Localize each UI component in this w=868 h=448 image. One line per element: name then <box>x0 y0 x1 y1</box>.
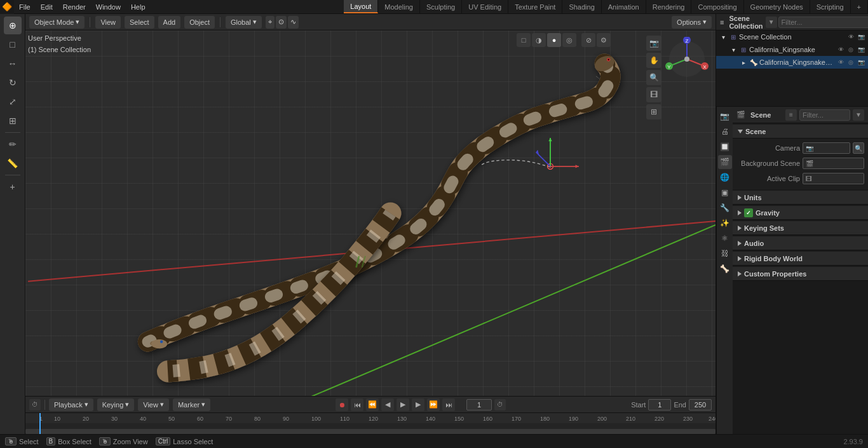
outliner-scene-collection[interactable]: ▾ ⊞ Scene Collection 👁 📷 <box>716 31 868 43</box>
viewport-toggle-btn[interactable]: ⊞ <box>646 104 661 119</box>
viewport-camera-btn[interactable]: 📷 <box>646 36 661 51</box>
visibility-icon[interactable]: 👁 <box>846 32 855 41</box>
menu-edit[interactable]: Edit <box>36 2 58 12</box>
menu-window[interactable]: Window <box>91 2 126 12</box>
snake-vis-icon[interactable]: 👁 <box>836 45 845 54</box>
record-btn[interactable]: ⏺ <box>336 398 348 411</box>
menu-file[interactable]: File <box>14 2 36 12</box>
timeline-view-btn[interactable]: View ▾ <box>138 398 169 411</box>
jump-start-btn[interactable]: ⏮ <box>351 398 363 411</box>
viewport-pan-btn[interactable]: ✋ <box>646 53 661 68</box>
viewport-zoom-in-btn[interactable]: 🔍 <box>646 70 661 85</box>
prop-constraints-icon[interactable]: ⛓ <box>718 247 732 261</box>
viewport-3d[interactable]: User Perspective (1) Scene Collection 📷 … <box>25 31 715 396</box>
next-frame-btn[interactable]: ▶ <box>412 398 424 411</box>
prop-output-icon[interactable]: 🖨 <box>718 125 732 139</box>
armature-vis-icon[interactable]: 👁 <box>836 58 845 67</box>
prop-object-icon[interactable]: ▣ <box>718 186 732 200</box>
global-btn[interactable]: Global ▾ <box>226 16 262 29</box>
tab-sculpting[interactable]: Sculpting <box>420 0 462 13</box>
armature-sel-icon[interactable]: ◎ <box>846 58 855 67</box>
props-search-input[interactable] <box>799 109 850 121</box>
measure-tool[interactable]: 📏 <box>4 154 22 172</box>
solid-mode-btn[interactable]: ◑ <box>532 33 546 47</box>
end-value[interactable]: 250 <box>689 399 712 411</box>
start-value[interactable]: 1 <box>648 399 671 411</box>
prop-render-icon[interactable]: 📷 <box>718 109 732 123</box>
material-mode-btn[interactable]: ● <box>547 33 561 47</box>
select-tool[interactable]: □ <box>4 36 22 53</box>
menu-help[interactable]: Help <box>126 2 151 12</box>
timeline-scrollbar-thumb[interactable] <box>25 429 715 434</box>
tab-geometry-nodes[interactable]: Geometry Nodes <box>744 0 810 13</box>
tab-add[interactable]: + <box>851 0 868 13</box>
snake-render-icon[interactable]: 📷 <box>857 45 865 54</box>
prev-key-btn[interactable]: ⏪ <box>366 398 379 411</box>
prop-data-icon[interactable]: 🦴 <box>718 262 732 276</box>
prop-physics-icon[interactable]: ⚛ <box>718 231 732 245</box>
scale-tool[interactable]: ⤢ <box>4 93 22 111</box>
gizmo-btn[interactable]: ⚙ <box>597 33 611 47</box>
bg-scene-value[interactable]: 🎬 <box>803 158 864 169</box>
timeline-body[interactable]: 1 10 20 30 40 50 60 70 80 90 100 110 120… <box>25 413 715 434</box>
tab-scripting[interactable]: Scripting <box>810 0 851 13</box>
proportional-btn[interactable]: ⊙ <box>276 16 287 29</box>
prop-world-icon[interactable]: 🌐 <box>718 170 732 184</box>
tab-shading[interactable]: Shading <box>562 0 601 13</box>
rendered-mode-btn[interactable]: ◎ <box>562 33 576 47</box>
timeline-icon[interactable]: ⏱ <box>29 399 41 411</box>
tab-texture-paint[interactable]: Texture Paint <box>508 0 562 13</box>
tab-uv-editing[interactable]: UV Editing <box>462 0 508 13</box>
proportional2-btn[interactable]: ∿ <box>288 16 299 29</box>
tab-rendering[interactable]: Rendering <box>646 0 692 13</box>
outliner-snake-collection[interactable]: ▾ ⊞ California_Kingsnake 👁 ◎ 📷 <box>716 43 868 56</box>
timeline-scrollbar[interactable] <box>25 429 715 434</box>
current-frame-input[interactable]: 1 <box>466 399 492 411</box>
select-menu-btn[interactable]: Select <box>125 16 154 29</box>
menu-render[interactable]: Render <box>58 2 91 12</box>
custom-props-section-header[interactable]: Custom Properties <box>733 267 868 281</box>
active-clip-value[interactable]: 🎞 <box>803 173 864 184</box>
view-menu-btn[interactable]: View <box>95 16 121 29</box>
keying-btn[interactable]: Keying ▾ <box>97 398 135 411</box>
prev-frame-btn[interactable]: ◀ <box>381 398 394 411</box>
rotate-tool[interactable]: ↻ <box>4 74 22 92</box>
outliner-snake-armature[interactable]: ▸ 🦴 California_Kingsnake_00: 👁 ◎ 📷 <box>716 56 868 69</box>
add-tool[interactable]: + <box>4 178 22 196</box>
scene-section-header[interactable]: Scene <box>733 125 868 139</box>
overlay-btn[interactable]: ⊘ <box>581 33 595 47</box>
cursor-tool[interactable]: ⊕ <box>4 17 22 34</box>
jump-end-btn[interactable]: ⏭ <box>442 398 455 411</box>
armature-render-icon[interactable]: 📷 <box>857 58 865 67</box>
move-tool[interactable]: ↔ <box>4 55 22 72</box>
gravity-section-header[interactable]: ✓ Gravity <box>733 206 868 220</box>
snake-sel-icon[interactable]: ◎ <box>846 45 855 54</box>
gravity-checkbox[interactable]: ✓ <box>744 208 753 217</box>
nav-gizmo[interactable]: X Y Z <box>665 37 709 81</box>
outliner-search-input[interactable] <box>778 17 868 28</box>
next-key-btn[interactable]: ⏩ <box>427 398 440 411</box>
tab-animation[interactable]: Animation <box>602 0 646 13</box>
prop-viewlayer-icon[interactable]: 🔲 <box>718 140 732 154</box>
camera-pick-btn[interactable]: 🔍 <box>853 142 864 154</box>
play-btn[interactable]: ▶ <box>397 398 409 411</box>
tab-layout[interactable]: Layout <box>344 0 378 13</box>
render-vis-icon[interactable]: 📷 <box>857 32 865 41</box>
tab-compositing[interactable]: Compositing <box>691 0 743 13</box>
outliner-filter-btn[interactable]: ▼ <box>766 17 777 28</box>
rigid-body-section-header[interactable]: Rigid Body World <box>733 252 868 266</box>
object-menu-btn[interactable]: Object <box>184 16 215 29</box>
object-mode-btn[interactable]: Object Mode ▾ <box>29 16 85 29</box>
marker-btn[interactable]: Marker ▾ <box>173 398 210 411</box>
annotate-tool[interactable]: ✏ <box>4 135 22 153</box>
snap-btn[interactable]: ⌖ <box>266 16 275 29</box>
wire-mode-btn[interactable]: □ <box>517 33 531 47</box>
viewport-camera2-btn[interactable]: 🎞 <box>646 87 661 102</box>
audio-section-header[interactable]: Audio <box>733 236 868 250</box>
tab-modeling[interactable]: Modeling <box>378 0 420 13</box>
props-filter-btn[interactable]: ▼ <box>853 109 864 121</box>
transform-tool[interactable]: ⊞ <box>4 112 22 130</box>
prop-particles-icon[interactable]: ✨ <box>718 216 732 230</box>
add-menu-btn[interactable]: Add <box>158 16 181 29</box>
prop-scene-icon[interactable]: 🎬 <box>718 155 732 169</box>
